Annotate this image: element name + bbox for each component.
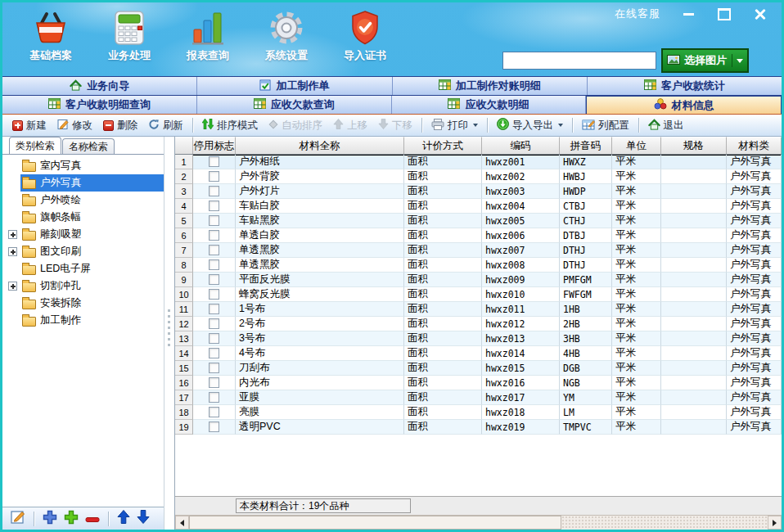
- table-row[interactable]: 6单透白胶面积hwxz006DTBJ平米户外写真: [175, 228, 782, 243]
- column-header[interactable]: 编码: [482, 137, 560, 154]
- tree-item[interactable]: 户外写真: [2, 174, 164, 192]
- tree-item[interactable]: 雕刻吸塑: [2, 226, 164, 243]
- tab-receivable-detail[interactable]: 应收欠款明细: [392, 96, 587, 114]
- disable-flag-checkbox[interactable]: [209, 201, 219, 211]
- disable-flag-checkbox[interactable]: [209, 259, 219, 270]
- column-header[interactable]: 单位: [612, 137, 661, 154]
- nav-business-process[interactable]: 业务处理: [99, 7, 160, 63]
- tree-expander-icon[interactable]: [8, 247, 17, 256]
- maximize-button[interactable]: [716, 7, 732, 21]
- column-header[interactable]: 规格: [661, 137, 727, 154]
- select-image-dropdown[interactable]: [732, 54, 743, 67]
- tree-item[interactable]: 加工制作: [2, 312, 164, 329]
- scroll-right-button[interactable]: [768, 516, 782, 530]
- tab-material-info[interactable]: 材料信息: [586, 96, 782, 114]
- tab-name-search[interactable]: 名称检索: [62, 138, 115, 154]
- print-button[interactable]: 打印: [426, 117, 483, 134]
- table-row[interactable]: 19透明PVC面积hwxz019TMPVC平米户外写真: [175, 420, 782, 435]
- tree-item[interactable]: 室内写真: [2, 157, 164, 174]
- column-header[interactable]: 拼音码: [560, 137, 612, 154]
- delete-button[interactable]: 删除: [98, 117, 142, 134]
- column-header[interactable]: 材料类: [727, 137, 782, 154]
- disable-flag-checkbox[interactable]: [209, 318, 219, 329]
- disable-flag-checkbox[interactable]: [209, 289, 219, 300]
- table-row[interactable]: 7单透黑胶面积hwxz007DTHJ平米户外写真: [175, 243, 782, 258]
- disable-flag-checkbox[interactable]: [209, 363, 219, 373]
- disable-flag-checkbox[interactable]: [209, 304, 219, 314]
- close-button[interactable]: [752, 7, 768, 21]
- import-export-button[interactable]: 导入导出: [492, 116, 568, 134]
- tree-item[interactable]: 旗帜条幅: [2, 209, 164, 226]
- table-row[interactable]: 144号布面积hwxz0144HB平米户外写真: [175, 346, 782, 361]
- nav-report-query[interactable]: 报表查询: [178, 7, 238, 63]
- table-row[interactable]: 5车贴黑胶面积hwxz005CTHJ平米户外写真: [175, 214, 782, 228]
- disable-flag-checkbox[interactable]: [209, 186, 219, 196]
- disable-flag-checkbox[interactable]: [209, 274, 219, 285]
- table-row[interactable]: 111号布面积hwxz0111HB平米户外写真: [175, 302, 782, 317]
- online-service-link[interactable]: 在线客服: [615, 7, 660, 21]
- column-header[interactable]: 材料全称: [236, 137, 404, 154]
- modify-button[interactable]: 修改: [52, 117, 97, 134]
- scrollbar-thumb[interactable]: [189, 516, 561, 530]
- panel-splitter[interactable]: [164, 137, 174, 530]
- table-row[interactable]: 10蜂窝反光膜面积hwxz010FWFGM平米户外写真: [175, 287, 782, 302]
- table-row[interactable]: 1户外相纸面积hwxz001HWXZ平米户外写真: [175, 155, 782, 169]
- disable-flag-checkbox[interactable]: [209, 215, 219, 226]
- disable-flag-checkbox[interactable]: [209, 377, 219, 388]
- disable-flag-checkbox[interactable]: [209, 348, 219, 358]
- disable-flag-checkbox[interactable]: [209, 171, 219, 182]
- horizontal-scrollbar[interactable]: [175, 515, 782, 530]
- new-button[interactable]: 新建: [7, 117, 52, 134]
- disable-flag-checkbox[interactable]: [209, 392, 219, 403]
- tree-item[interactable]: 切割冲孔: [2, 277, 164, 295]
- disable-flag-checkbox[interactable]: [209, 156, 219, 167]
- tree-expander-icon[interactable]: [8, 282, 17, 291]
- disable-flag-checkbox[interactable]: [209, 407, 219, 417]
- tree-item[interactable]: 户外喷绘: [2, 192, 164, 209]
- tree-item[interactable]: 图文印刷: [2, 243, 164, 260]
- tab-customer-receipt-detail-query[interactable]: 客户收款明细查询: [2, 96, 197, 114]
- scroll-left-button[interactable]: [175, 516, 189, 530]
- column-header[interactable]: 计价方式: [404, 137, 482, 154]
- tab-receivable-query[interactable]: 应收欠款查询: [197, 96, 392, 114]
- select-image-button[interactable]: 选择图片: [661, 48, 749, 73]
- tab-work-order[interactable]: 加工制作单: [197, 77, 392, 95]
- image-path-input[interactable]: [502, 52, 656, 70]
- table-row[interactable]: 8单透黑胶面积hwxz008DTHJ平米户外写真: [175, 258, 782, 273]
- table-row[interactable]: 122号布面积hwxz0122HB平米户外写真: [175, 317, 782, 331]
- disable-flag-checkbox[interactable]: [209, 245, 219, 255]
- nav-import-certificate[interactable]: 导入证书: [335, 7, 395, 63]
- move-category-down-icon[interactable]: [137, 510, 150, 527]
- minimize-button[interactable]: [680, 7, 696, 21]
- disable-flag-checkbox[interactable]: [209, 422, 219, 432]
- refresh-button[interactable]: 刷新: [143, 117, 188, 134]
- tab-business-wizard[interactable]: 业务向导: [2, 77, 197, 95]
- table-row[interactable]: 17亚膜面积hwxz017YM平米户外写真: [175, 390, 782, 405]
- disable-flag-checkbox[interactable]: [209, 333, 219, 344]
- tab-customer-receipt-stats[interactable]: 客户收款统计: [588, 77, 782, 95]
- disable-flag-checkbox[interactable]: [209, 230, 219, 241]
- tree-item[interactable]: LED电子屏: [2, 260, 164, 277]
- sort-mode-button[interactable]: 排序模式: [197, 117, 263, 134]
- delete-category-icon[interactable]: [85, 512, 100, 526]
- add-root-icon[interactable]: [43, 510, 57, 528]
- nav-system-settings[interactable]: 系统设置: [256, 7, 317, 63]
- scrollbar-track[interactable]: [561, 516, 768, 530]
- table-row[interactable]: 4车贴白胶面积hwxz004CTBJ平米户外写真: [175, 199, 782, 214]
- column-config-button[interactable]: 列配置: [577, 117, 634, 134]
- edit-note-icon[interactable]: [11, 510, 25, 527]
- tree-expander-icon[interactable]: [8, 230, 17, 239]
- add-child-icon[interactable]: [64, 510, 79, 528]
- tab-work-reconciliation-detail[interactable]: 加工制作对账明细: [393, 77, 588, 95]
- table-row[interactable]: 9平面反光膜面积hwxz009PMFGM平米户外写真: [175, 273, 782, 287]
- nav-basic-files[interactable]: 基础档案: [20, 7, 81, 63]
- table-row[interactable]: 2户外背胶面积hwxz002HWBJ平米户外写真: [175, 169, 782, 184]
- table-row[interactable]: 3户外灯片面积hwxz003HWDP平米户外写真: [175, 184, 782, 199]
- table-row[interactable]: 15刀刮布面积hwxz015DGB平米户外写真: [175, 361, 782, 376]
- table-row[interactable]: 16内光布面积hwxz016NGB平米户外写真: [175, 376, 782, 390]
- tree-item[interactable]: 安装拆除: [2, 295, 164, 312]
- table-row[interactable]: 18亮膜面积hwxz018LM平米户外写真: [175, 405, 782, 420]
- column-header[interactable]: 停用标志: [193, 137, 236, 154]
- tab-category-search[interactable]: 类别检索: [9, 137, 61, 154]
- table-row[interactable]: 133号布面积hwxz0133HB平米户外写真: [175, 331, 782, 346]
